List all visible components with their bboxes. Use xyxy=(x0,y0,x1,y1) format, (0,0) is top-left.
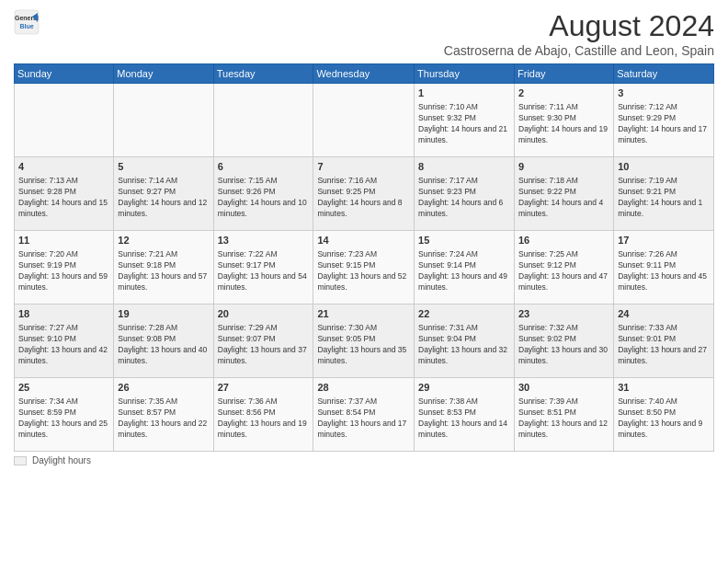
sunset-text: Sunset: 8:54 PM xyxy=(317,408,410,419)
daylight-text: Daylight: 14 hours and 21 minutes. xyxy=(418,124,510,146)
sunset-text: Sunset: 9:17 PM xyxy=(218,260,310,271)
daylight-text: Daylight: 14 hours and 19 minutes. xyxy=(518,124,609,146)
calendar-week-row: 4Sunrise: 7:13 AMSunset: 9:28 PMDaylight… xyxy=(15,157,714,231)
subtitle: Castroserna de Abajo, Castille and Leon,… xyxy=(444,43,714,58)
day-number: 31 xyxy=(618,381,710,395)
sunrise-text: Sunrise: 7:14 AM xyxy=(118,176,209,187)
sunrise-text: Sunrise: 7:22 AM xyxy=(218,249,310,260)
calendar-header-friday: Friday xyxy=(515,64,614,84)
daylight-text: Daylight: 13 hours and 54 minutes. xyxy=(218,271,310,293)
sunrise-text: Sunrise: 7:29 AM xyxy=(218,323,310,334)
calendar-cell: 21Sunrise: 7:30 AMSunset: 9:05 PMDayligh… xyxy=(313,304,415,378)
day-number: 19 xyxy=(118,307,209,321)
day-number: 13 xyxy=(218,234,310,247)
sunrise-text: Sunrise: 7:18 AM xyxy=(518,176,609,187)
day-number: 11 xyxy=(18,234,109,247)
calendar-cell: 12Sunrise: 7:21 AMSunset: 9:18 PMDayligh… xyxy=(114,231,213,304)
day-number: 5 xyxy=(118,160,209,174)
calendar-cell: 4Sunrise: 7:13 AMSunset: 9:28 PMDaylight… xyxy=(15,157,114,231)
day-number: 2 xyxy=(518,86,609,100)
calendar-cell: 16Sunrise: 7:25 AMSunset: 9:12 PMDayligh… xyxy=(515,231,614,304)
day-number: 30 xyxy=(518,381,609,395)
sunset-text: Sunset: 9:10 PM xyxy=(18,334,109,345)
calendar-header-wednesday: Wednesday xyxy=(313,64,415,84)
calendar-header-monday: Monday xyxy=(114,64,213,84)
daylight-text: Daylight: 13 hours and 27 minutes. xyxy=(618,345,710,367)
sunrise-text: Sunrise: 7:23 AM xyxy=(317,249,410,260)
header: General Blue August 2024 Castroserna de … xyxy=(14,9,714,58)
calendar-cell: 24Sunrise: 7:33 AMSunset: 9:01 PMDayligh… xyxy=(614,304,714,378)
calendar-cell: 28Sunrise: 7:37 AMSunset: 8:54 PMDayligh… xyxy=(313,378,415,452)
daylight-text: Daylight: 14 hours and 8 minutes. xyxy=(317,198,410,220)
calendar-cell: 30Sunrise: 7:39 AMSunset: 8:51 PMDayligh… xyxy=(515,378,614,452)
calendar-cell: 6Sunrise: 7:15 AMSunset: 9:26 PMDaylight… xyxy=(213,157,313,231)
calendar-week-row: 25Sunrise: 7:34 AMSunset: 8:59 PMDayligh… xyxy=(15,378,714,452)
sunrise-text: Sunrise: 7:35 AM xyxy=(118,396,209,408)
daylight-text: Daylight: 13 hours and 52 minutes. xyxy=(317,271,410,293)
sunset-text: Sunset: 9:23 PM xyxy=(418,187,510,198)
sunset-text: Sunset: 9:26 PM xyxy=(218,187,310,198)
day-number: 25 xyxy=(18,381,109,395)
sunrise-text: Sunrise: 7:10 AM xyxy=(418,102,510,113)
sunrise-text: Sunrise: 7:27 AM xyxy=(18,323,109,334)
daylight-text: Daylight: 13 hours and 30 minutes. xyxy=(518,345,609,367)
sunset-text: Sunset: 9:05 PM xyxy=(317,334,410,345)
daylight-text: Daylight: 13 hours and 9 minutes. xyxy=(618,419,710,441)
calendar-cell: 11Sunrise: 7:20 AMSunset: 9:19 PMDayligh… xyxy=(15,231,114,304)
calendar-header-sunday: Sunday xyxy=(15,64,114,84)
day-number: 18 xyxy=(18,307,109,321)
sunset-text: Sunset: 9:18 PM xyxy=(118,260,209,271)
calendar-cell: 13Sunrise: 7:22 AMSunset: 9:17 PMDayligh… xyxy=(213,231,313,304)
logo: General Blue xyxy=(14,9,40,39)
calendar-cell: 5Sunrise: 7:14 AMSunset: 9:27 PMDaylight… xyxy=(114,157,213,231)
sunset-text: Sunset: 9:04 PM xyxy=(418,334,510,345)
daylight-text: Daylight: 13 hours and 17 minutes. xyxy=(317,419,410,441)
sunset-text: Sunset: 9:07 PM xyxy=(218,334,310,345)
day-number: 27 xyxy=(218,381,310,395)
sunset-text: Sunset: 9:29 PM xyxy=(618,113,710,124)
legend-box xyxy=(14,456,27,465)
daylight-text: Daylight: 14 hours and 10 minutes. xyxy=(218,198,310,220)
logo-icon: General Blue xyxy=(14,9,40,39)
sunrise-text: Sunrise: 7:40 AM xyxy=(618,396,710,408)
day-number: 6 xyxy=(218,160,310,174)
calendar-cell xyxy=(114,84,213,157)
sunset-text: Sunset: 8:51 PM xyxy=(518,408,609,419)
sunrise-text: Sunrise: 7:37 AM xyxy=(317,396,410,408)
daylight-text: Daylight: 14 hours and 1 minute. xyxy=(618,198,710,220)
day-number: 29 xyxy=(418,381,510,395)
day-number: 14 xyxy=(317,234,410,247)
calendar-cell: 14Sunrise: 7:23 AMSunset: 9:15 PMDayligh… xyxy=(313,231,415,304)
daylight-text: Daylight: 13 hours and 14 minutes. xyxy=(418,419,510,441)
svg-rect-0 xyxy=(15,10,39,34)
calendar-cell: 17Sunrise: 7:26 AMSunset: 9:11 PMDayligh… xyxy=(614,231,714,304)
daylight-text: Daylight: 13 hours and 12 minutes. xyxy=(518,419,609,441)
daylight-text: Daylight: 14 hours and 17 minutes. xyxy=(618,124,710,146)
daylight-text: Daylight: 13 hours and 22 minutes. xyxy=(118,419,209,441)
day-number: 24 xyxy=(618,307,710,321)
sunrise-text: Sunrise: 7:25 AM xyxy=(518,249,609,260)
sunset-text: Sunset: 8:50 PM xyxy=(618,408,710,419)
day-number: 17 xyxy=(618,234,710,247)
sunset-text: Sunset: 8:59 PM xyxy=(18,408,109,419)
sunset-text: Sunset: 9:22 PM xyxy=(518,187,609,198)
sunrise-text: Sunrise: 7:11 AM xyxy=(518,102,609,113)
daylight-text: Daylight: 14 hours and 4 minutes. xyxy=(518,198,609,220)
day-number: 26 xyxy=(118,381,209,395)
calendar-cell xyxy=(15,84,114,157)
sunrise-text: Sunrise: 7:21 AM xyxy=(118,249,209,260)
legend-label: Daylight hours xyxy=(32,455,91,465)
calendar-week-row: 18Sunrise: 7:27 AMSunset: 9:10 PMDayligh… xyxy=(15,304,714,378)
sunrise-text: Sunrise: 7:12 AM xyxy=(618,102,710,113)
sunset-text: Sunset: 9:21 PM xyxy=(618,187,710,198)
daylight-text: Daylight: 13 hours and 59 minutes. xyxy=(18,271,109,293)
daylight-text: Daylight: 13 hours and 45 minutes. xyxy=(618,271,710,293)
calendar-header-thursday: Thursday xyxy=(415,64,515,84)
daylight-text: Daylight: 13 hours and 35 minutes. xyxy=(317,345,410,367)
calendar-cell: 9Sunrise: 7:18 AMSunset: 9:22 PMDaylight… xyxy=(515,157,614,231)
sunrise-text: Sunrise: 7:31 AM xyxy=(418,323,510,334)
sunrise-text: Sunrise: 7:26 AM xyxy=(618,249,710,260)
sunset-text: Sunset: 8:57 PM xyxy=(118,408,209,419)
day-number: 23 xyxy=(518,307,609,321)
calendar-cell: 3Sunrise: 7:12 AMSunset: 9:29 PMDaylight… xyxy=(614,84,714,157)
